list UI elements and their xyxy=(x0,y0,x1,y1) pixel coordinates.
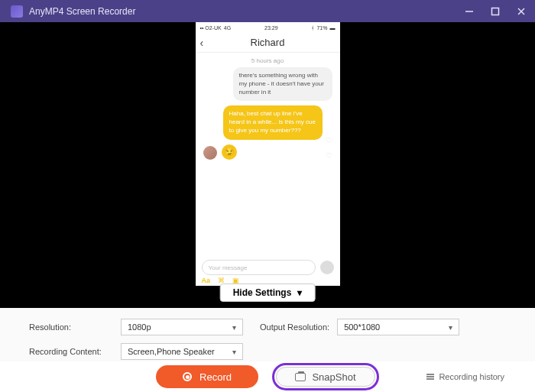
incoming-message: there's something wrong with my phone - … xyxy=(233,67,332,101)
settings-panel: Resolution: 1080p▾ Output Resolution: 50… xyxy=(0,308,535,361)
carrier-label: •• O2-UK xyxy=(200,25,222,31)
avatar xyxy=(203,146,217,160)
chat-title: Richard xyxy=(251,37,285,48)
phone-statusbar: •• O2-UK 4G 23:29 ᚼ 71% ▬ xyxy=(196,22,340,33)
close-button[interactable] xyxy=(514,4,529,19)
recording-content-label: Recording Content: xyxy=(29,347,113,356)
minimize-button[interactable] xyxy=(462,4,477,19)
chevron-down-icon: ▾ xyxy=(232,323,236,332)
snapshot-highlight: SnapShot xyxy=(272,363,379,390)
list-icon xyxy=(426,374,434,380)
app-title: AnyMP4 Screen Recorder xyxy=(29,6,135,17)
camera-icon xyxy=(295,373,306,381)
send-button[interactable] xyxy=(320,261,334,274)
svg-rect-1 xyxy=(492,8,499,15)
record-button[interactable]: Record xyxy=(156,365,258,388)
hide-settings-label: Hide Settings xyxy=(233,287,292,298)
resolution-select[interactable]: 1080p▾ xyxy=(121,319,243,335)
chevron-down-icon: ▾ xyxy=(449,323,452,332)
recording-content-select[interactable]: Screen,Phone Speaker▾ xyxy=(121,343,243,360)
phone-screenshot: •• O2-UK 4G 23:29 ᚼ 71% ▬ ‹ Richard 5 ho… xyxy=(196,22,340,286)
recording-history-label: Recording history xyxy=(439,372,504,381)
record-icon xyxy=(183,372,192,381)
text-format-icon[interactable]: Aa xyxy=(202,277,211,284)
message-input[interactable]: Your message xyxy=(202,260,316,275)
record-label: Record xyxy=(199,371,232,383)
preview-area: •• O2-UK 4G 23:29 ᚼ 71% ▬ ‹ Richard 5 ho… xyxy=(0,22,535,308)
chevron-down-icon: ▾ xyxy=(232,348,236,356)
outgoing-message: Haha, best chat up line I've heard in a … xyxy=(223,105,323,139)
app-logo xyxy=(11,5,23,18)
snapshot-button[interactable]: SnapShot xyxy=(276,367,375,387)
network-label: 4G xyxy=(224,25,231,31)
recording-history-link[interactable]: Recording history xyxy=(426,372,504,381)
chat-header: ‹ Richard xyxy=(196,33,340,53)
titlebar: AnyMP4 Screen Recorder xyxy=(0,0,535,22)
bottom-bar: Record SnapShot Recording history xyxy=(0,361,535,392)
battery-icon: ▬ xyxy=(329,25,335,31)
heart-icon[interactable]: ♡ xyxy=(326,136,332,144)
output-resolution-select[interactable]: 500*1080▾ xyxy=(337,319,459,335)
snapshot-label: SnapShot xyxy=(312,371,355,383)
maximize-button[interactable] xyxy=(488,4,503,19)
chevron-down-icon: ▾ xyxy=(297,287,302,298)
output-resolution-label: Output Resolution: xyxy=(260,322,329,332)
back-icon[interactable]: ‹ xyxy=(200,37,204,49)
heart-icon[interactable]: ♡ xyxy=(326,151,332,160)
battery-label: 71% xyxy=(316,25,327,31)
bluetooth-icon: ᚼ xyxy=(311,25,314,31)
hide-settings-button[interactable]: Hide Settings ▾ xyxy=(220,283,316,302)
timestamp-label: 5 hours ago xyxy=(196,53,340,67)
sticker-emoji: 😏 xyxy=(222,144,237,160)
resolution-label: Resolution: xyxy=(29,322,113,332)
time-label: 23:29 xyxy=(264,25,278,31)
